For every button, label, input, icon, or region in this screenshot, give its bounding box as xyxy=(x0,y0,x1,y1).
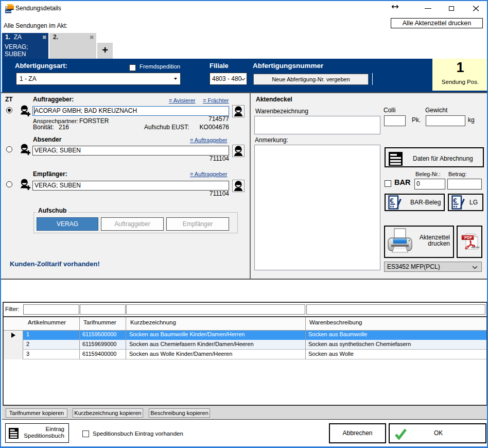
svg-text:PDF: PDF xyxy=(464,235,472,240)
svg-text:€: € xyxy=(390,197,394,204)
svg-text:€: € xyxy=(453,197,457,204)
svg-text:Adobe: Adobe xyxy=(470,245,480,249)
